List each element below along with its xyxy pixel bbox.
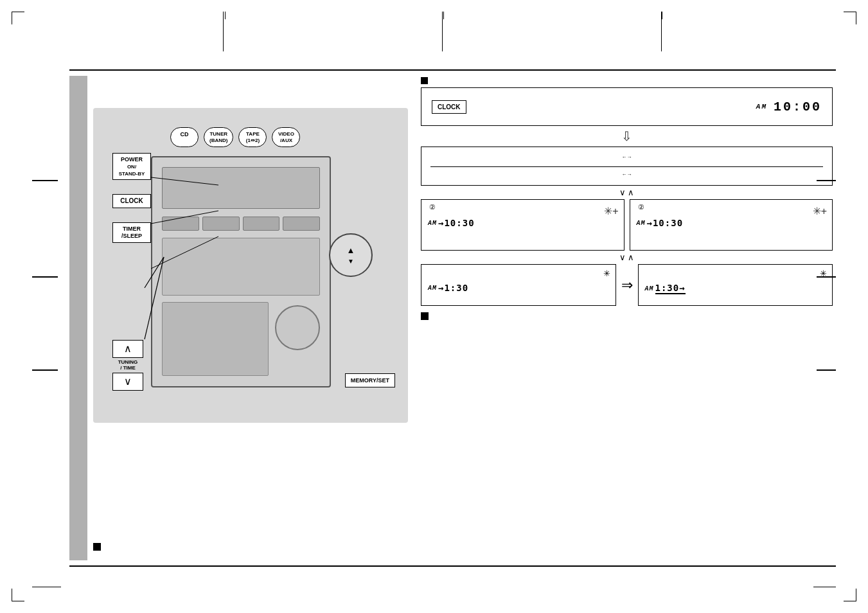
vc-arrow-bottom: ∨ ∧ [421,253,833,262]
info-row-2: ←→ [430,171,823,179]
left-column: CD TUNER(BAND) TAPE(1⇔2) VIDEO/AUX [93,76,408,560]
sub-display-top-right: ② ✳+ AM →10:30 [630,199,833,251]
mini-am-bottom-left: AM [428,285,437,292]
hr-bottom [69,565,836,567]
vert-sep-2 [442,12,443,51]
clock-display: AM 10:00 [756,100,822,114]
mini-time-bottom-right: 1:30→ [655,283,686,294]
top-align-mark-3 [662,12,662,19]
dial-down-arrow: ▼ [348,258,354,265]
left-sidebar [69,76,87,560]
mini-time-bottom-left: →1:30 [438,283,468,293]
device-cd-area [162,302,269,376]
sun-plus-left: ✳+ [604,205,618,217]
info-divider [430,166,823,167]
circle-icon-left: ② [429,203,436,211]
info-col-1b: ←→ [622,154,632,161]
left-margin-line-2 [32,276,58,278]
mini-am-left: AM [428,220,437,227]
bottom-left-square [93,543,101,551]
clock-time: 10:00 [774,100,822,114]
section-square-top [421,77,428,84]
vert-sep-3 [661,12,662,51]
mini-display-top-left: AM →10:30 [428,218,617,228]
bottom-right-line [813,587,836,588]
bottom-left-line [32,587,61,588]
clock-button-label: CLOCK [432,100,466,114]
mini-display-top-right: AM →10:30 [637,218,826,228]
arrow-right-between: ⇒ [621,277,633,294]
power-button[interactable]: POWERON/STAND-BY [112,153,151,180]
dial-knob[interactable]: ▲ ▼ [329,233,373,277]
memory-set-button[interactable]: MEMORY/SET [345,373,395,387]
arrow-down-indicator: ⇩ [421,129,833,144]
tuning-section: ∧ TUNING/ TIME ∨ [112,340,143,391]
dial-up-arrow: ▲ [347,245,355,255]
info-box-1: ←→ ←→ [421,147,833,186]
info-col-2b: ←→ [622,171,632,179]
sun-plus-right: ✳+ [813,205,827,217]
clock-display-box: CLOCK AM 10:00 [421,87,833,126]
corner-mark-tr [844,12,856,24]
left-margin-line-3 [32,369,58,371]
sub-display-bottom-right: ✳ AM 1:30→ [638,264,833,306]
mini-am-right: AM [637,220,646,227]
tuner-button[interactable]: TUNER(BAND) [204,127,233,147]
top-align-mark-1 [225,12,226,19]
device-controls [162,217,320,231]
info-row-1: ←→ [430,154,823,161]
mini-time-left: →10:30 [438,218,475,228]
video-aux-button[interactable]: VIDEO/AUX [272,127,300,147]
device-knob-small [275,305,320,350]
vc-arrow-top: ∨ ∧ [421,188,833,197]
sub-display-bottom-left: ✳ AM →1:30 [421,264,616,306]
tuning-down-button[interactable]: ∨ [112,373,143,391]
tape-button[interactable]: TAPE(1⇔2) [238,127,267,147]
mini-am-bottom-right: AM [645,285,654,292]
left-device-buttons: POWERON/STAND-BY CLOCK TIMER/SLEEP [112,153,151,243]
device-illustration-bg: CD TUNER(BAND) TAPE(1⇔2) VIDEO/AUX [93,108,408,423]
device-tape-deck [162,238,320,296]
top-align-mark-2 [443,12,444,19]
mini-display-bottom-left: AM →1:30 [428,283,609,293]
hr-top [69,69,836,71]
right-margin-line-2 [817,276,836,278]
tuning-up-button[interactable]: ∧ [112,340,143,358]
cd-button[interactable]: CD [170,127,199,147]
clock-button-device[interactable]: CLOCK [112,194,151,208]
vert-sep-1 [223,12,224,51]
clock-am-pm: AM [756,103,767,111]
right-margin-line-1 [817,180,836,181]
mini-display-bottom-right: AM 1:30→ [645,283,826,294]
timer-sleep-button-device[interactable]: TIMER/SLEEP [112,222,151,243]
sun-icon-bottom-left: ✳ [603,269,610,278]
sub-displays-bottom-row: ✳ AM →1:30 ⇒ ✳ AM 1:30→ [421,264,833,306]
sub-display-top-left: ② ✳+ AM →10:30 [421,199,624,251]
corner-mark-bl [12,589,24,601]
source-buttons-row: CD TUNER(BAND) TAPE(1⇔2) VIDEO/AUX [170,127,300,147]
device-screen [162,167,320,209]
sub-displays-top-row: ② ✳+ AM →10:30 ② ✳+ AM →10:30 [421,199,833,251]
corner-mark-tl [12,12,24,24]
left-margin-line-1 [32,180,58,181]
mini-time-right: →10:30 [647,218,684,228]
circle-icon-right: ② [638,203,644,211]
corner-mark-br [844,589,856,601]
content-area: CD TUNER(BAND) TAPE(1⇔2) VIDEO/AUX [93,76,833,560]
right-column: CLOCK AM 10:00 ⇩ ←→ ←→ ∨ ∧ [421,76,833,560]
device-body [151,156,331,387]
right-margin-line-3 [817,369,836,371]
tuning-label: TUNING/ TIME [112,359,143,371]
section-square-bottom [421,312,429,320]
